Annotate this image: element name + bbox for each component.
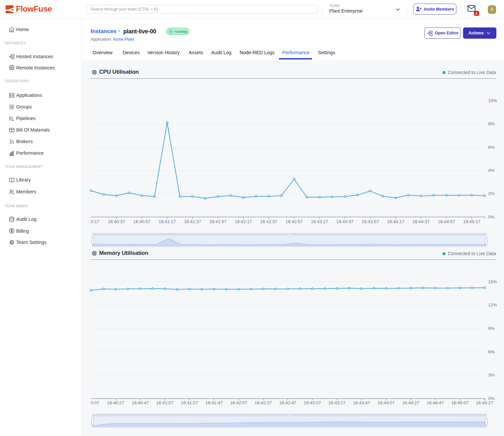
svg-text:16:41:47: 16:41:47 xyxy=(205,400,222,405)
svg-text:16:45:07: 16:45:07 xyxy=(451,400,468,405)
svg-text:16:43:07: 16:43:07 xyxy=(304,400,321,405)
svg-text:16:41:07: 16:41:07 xyxy=(156,400,174,405)
svg-text:16:45:17: 16:45:17 xyxy=(463,219,480,224)
svg-text:16:45:27: 16:45:27 xyxy=(476,400,493,405)
svg-text:16:41:17: 16:41:17 xyxy=(159,219,176,224)
svg-text:16:42:07: 16:42:07 xyxy=(230,400,247,405)
svg-text:15%: 15% xyxy=(488,279,497,284)
svg-text:16:42:27: 16:42:27 xyxy=(254,400,272,405)
svg-text:16:42:37: 16:42:37 xyxy=(260,219,277,224)
svg-text:0:17: 0:17 xyxy=(91,219,99,224)
svg-text:6%: 6% xyxy=(488,145,494,150)
svg-text:0%: 0% xyxy=(488,215,494,219)
svg-text:16:40:27: 16:40:27 xyxy=(107,400,124,405)
svg-text:16:44:17: 16:44:17 xyxy=(387,219,404,224)
svg-text:9%: 9% xyxy=(488,326,494,331)
svg-text:16:43:47: 16:43:47 xyxy=(353,400,370,405)
svg-text:2%: 2% xyxy=(488,191,494,196)
svg-text:16:44:37: 16:44:37 xyxy=(412,219,430,224)
svg-text:8%: 8% xyxy=(488,121,494,126)
svg-text:6%: 6% xyxy=(488,349,494,354)
svg-text:16:44:07: 16:44:07 xyxy=(377,400,395,405)
svg-text:16:44:47: 16:44:47 xyxy=(427,400,444,405)
svg-text:16:43:17: 16:43:17 xyxy=(311,219,328,224)
svg-text:16:42:17: 16:42:17 xyxy=(235,219,252,224)
svg-text:0:07: 0:07 xyxy=(91,400,99,405)
svg-text:16:40:57: 16:40:57 xyxy=(133,219,150,224)
svg-text:10%: 10% xyxy=(488,98,497,103)
svg-text:3%: 3% xyxy=(488,373,494,377)
svg-text:16:40:37: 16:40:37 xyxy=(108,219,125,224)
svg-text:4%: 4% xyxy=(488,168,494,173)
svg-text:16:41:37: 16:41:37 xyxy=(184,219,201,224)
svg-text:16:43:27: 16:43:27 xyxy=(328,400,345,405)
svg-text:16:42:57: 16:42:57 xyxy=(286,219,303,224)
svg-text:16:43:57: 16:43:57 xyxy=(362,219,379,224)
svg-text:16:41:27: 16:41:27 xyxy=(181,400,198,405)
svg-text:16:44:27: 16:44:27 xyxy=(402,400,419,405)
svg-text:16:44:57: 16:44:57 xyxy=(438,219,455,224)
svg-text:16:43:37: 16:43:37 xyxy=(336,219,353,224)
svg-text:16:41:57: 16:41:57 xyxy=(209,219,226,224)
svg-text:12%: 12% xyxy=(488,302,497,307)
svg-text:16:42:47: 16:42:47 xyxy=(279,400,296,405)
svg-text:16:40:47: 16:40:47 xyxy=(132,400,149,405)
